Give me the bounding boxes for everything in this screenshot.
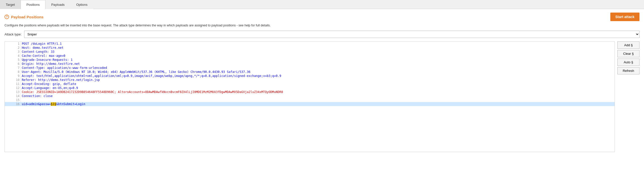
line-number: 7: [5, 66, 21, 70]
table-row: 15: [5, 98, 615, 102]
table-row: 1POST /doLogin HTTP/1.1: [5, 42, 615, 46]
attack-type-label: Attack type:: [5, 32, 22, 36]
table-row: 5Upgrade-Insecure-Requests: 1: [5, 58, 615, 62]
line-number: 2: [5, 46, 21, 50]
line-number: 15: [5, 98, 21, 102]
attack-type-row: Attack type: SniperBattering ramPitchfor…: [5, 31, 639, 38]
line-content: Host: demo.testfire.net: [21, 46, 615, 50]
clear-button[interactable]: Clear §: [617, 50, 639, 57]
refresh-button[interactable]: Refresh: [617, 67, 639, 74]
table-row: 13Cookie: JSESSIONID=1A9DB2417232D9B8546…: [5, 90, 615, 94]
payload-marker: §1§: [51, 102, 56, 106]
line-number: 4: [5, 54, 21, 58]
line-number: 3: [5, 50, 21, 54]
tab-payloads[interactable]: Payloads: [45, 0, 70, 9]
line-content: Accept-Encoding: gzip, deflate: [21, 82, 615, 86]
content-area: 1POST /doLogin HTTP/1.12Host: demo.testf…: [5, 41, 639, 152]
line-content: Origin: http://demo.testfire.net: [21, 62, 615, 66]
line-content: Accept-Language: en-US,en;q=0.9: [21, 86, 615, 90]
table-row: 4Cache-Control: max-age=0: [5, 54, 615, 58]
line-number: 14: [5, 94, 21, 98]
table-row: 2Host: demo.testfire.net: [5, 46, 615, 50]
auto-button[interactable]: Auto §: [617, 59, 639, 66]
line-content: uid=admin&passw=§1§&btnSubmit=Login: [21, 102, 615, 106]
line-content: Accept: text/html,application/xhtml+xml,…: [21, 74, 615, 78]
tab-bar: TargetPositionsPayloadsOptions: [0, 0, 644, 9]
line-number: 1: [5, 42, 21, 46]
line-content: Connection: close: [21, 94, 615, 98]
line-content: Cookie: JSESSIONID=1A9DB2417232D9B854648…: [21, 90, 615, 94]
line-number: 8: [5, 70, 21, 74]
table-row: 10Referer: http://demo.testfire.net/logi…: [5, 78, 615, 82]
line-number: 5: [5, 58, 21, 62]
table-row: 12Accept-Language: en-US,en;q=0.9: [5, 86, 615, 90]
page-title: Payload Positions: [11, 15, 43, 19]
help-icon[interactable]: ?: [5, 15, 9, 19]
line-number: 16: [5, 102, 21, 106]
table-row: 14Connection: close: [5, 94, 615, 98]
line-content: POST /doLogin HTTP/1.1: [21, 42, 615, 46]
line-content: [21, 98, 615, 102]
line-content: Content-Type: application/x-www-form-url…: [21, 66, 615, 70]
tab-positions[interactable]: Positions: [21, 0, 45, 9]
line-number: 9: [5, 74, 21, 78]
sidebar-buttons: Add §Clear §Auto §Refresh: [617, 41, 639, 152]
table-row: 16uid=admin&passw=§1§&btnSubmit=Login: [5, 102, 615, 106]
line-content: User-Agent: Mozilla/5.0 (Windows NT 10.0…: [21, 70, 615, 74]
line-number: 13: [5, 90, 21, 94]
line-content: Content-Length: 33: [21, 50, 615, 54]
line-content: Cache-Control: max-age=0: [21, 54, 615, 58]
page-title-row: ? Payload Positions: [5, 15, 43, 19]
start-attack-button[interactable]: Start attack: [610, 13, 639, 21]
line-number: 6: [5, 62, 21, 66]
line-number: 11: [5, 82, 21, 86]
table-row: 9Accept: text/html,application/xhtml+xml…: [5, 74, 615, 78]
table-row: 8User-Agent: Mozilla/5.0 (Windows NT 10.…: [5, 70, 615, 74]
line-content: Upgrade-Insecure-Requests: 1: [21, 58, 615, 62]
tab-options[interactable]: Options: [70, 0, 93, 9]
tab-target[interactable]: Target: [0, 0, 21, 9]
add-button[interactable]: Add §: [617, 41, 639, 49]
main-content: ? Payload Positions Start attack Configu…: [0, 9, 644, 156]
request-editor[interactable]: 1POST /doLogin HTTP/1.12Host: demo.testf…: [5, 41, 615, 152]
attack-type-select[interactable]: SniperBattering ramPitchforkCluster bomb: [24, 31, 639, 38]
table-row: 7Content-Type: application/x-www-form-ur…: [5, 66, 615, 70]
line-content: Referer: http://demo.testfire.net/login.…: [21, 78, 615, 82]
table-row: 11Accept-Encoding: gzip, deflate: [5, 82, 615, 86]
line-number: 10: [5, 78, 21, 82]
line-number: 12: [5, 86, 21, 90]
description-text: Configure the positions where payloads w…: [5, 24, 639, 27]
request-table: 1POST /doLogin HTTP/1.12Host: demo.testf…: [5, 42, 615, 106]
table-row: 3Content-Length: 33: [5, 50, 615, 54]
table-row: 6Origin: http://demo.testfire.net: [5, 62, 615, 66]
header-row: ? Payload Positions Start attack: [5, 13, 639, 21]
